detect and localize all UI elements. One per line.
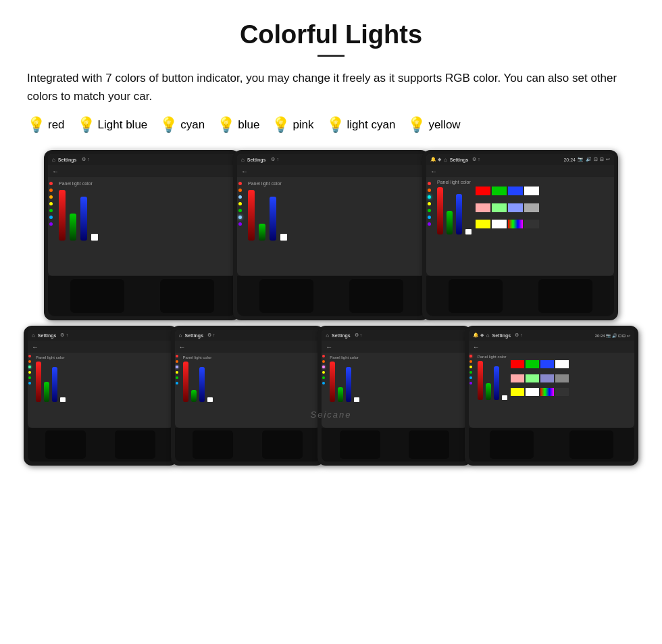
device-bot-4: 🔔 ◆ ⌂ Settings ⚙ ↑ 20:24 📷 🔊 ⊡ ⊟ ↩ ← xyxy=(465,326,638,466)
nav-bar-top3: ← xyxy=(426,165,614,177)
description-text: Integrated with 7 colors of button indic… xyxy=(27,69,635,105)
led-dot-6 xyxy=(49,216,53,219)
nav-bar-bot4: ← xyxy=(469,341,634,353)
led-dot-4 xyxy=(49,202,53,205)
status-bar-bot3: ⌂ Settings ⚙ ↑ xyxy=(322,330,467,341)
color-label-cyan: cyan xyxy=(180,118,205,132)
bulb-lightcyan-icon: 💡 xyxy=(326,116,345,134)
device-top-1: ⌂ Settings ⚙ ↑ ← xyxy=(44,150,240,320)
nav-bar-top1: ← xyxy=(48,165,236,177)
status-bar-top3: 🔔 ◆ ⌂ Settings ⚙ ↑ 20:24 📷 🔊 ⊡ ⊟ ↩ xyxy=(426,154,614,165)
screen-bot-4: 🔔 ◆ ⌂ Settings ⚙ ↑ 20:24 📷 🔊 ⊡ ⊟ ↩ ← xyxy=(469,330,634,428)
device-bot-1: ⌂ Settings ⚙ ↑ ← xyxy=(24,326,178,466)
screen-bot-3: ⌂ Settings ⚙ ↑ ← xyxy=(322,330,467,428)
device-bottom-bot4 xyxy=(469,428,634,462)
led-dot-7 xyxy=(49,222,53,226)
white-selector-top1 xyxy=(91,234,98,241)
home-icon-top2: ⌂ xyxy=(241,157,245,163)
color-label-yellow: yellow xyxy=(428,118,460,132)
bulb-cyan-icon: 💡 xyxy=(159,116,178,134)
page-wrapper: Colorful Lights Integrated with 7 colors… xyxy=(0,0,662,479)
page-title: Colorful Lights xyxy=(27,20,635,49)
panel-content-bot1: Panel light color xyxy=(28,353,174,404)
bottom-row: ⌂ Settings ⚙ ↑ ← xyxy=(27,326,635,466)
device-bottom-top2 xyxy=(237,276,425,316)
status-bar-top1: ⌂ Settings ⚙ ↑ xyxy=(48,154,236,165)
bulb-lightblue-icon: 💡 xyxy=(77,116,95,134)
bulb-pink-icon: 💡 xyxy=(272,116,290,134)
color-legend-row: 💡 red 💡 Light blue 💡 cyan 💡 blue 💡 pink … xyxy=(27,116,635,134)
bar-green-top1 xyxy=(70,214,76,241)
color-item-lightcyan: 💡 light cyan xyxy=(326,116,396,134)
color-label-blue: blue xyxy=(238,118,259,132)
panel-content-top3: Panel light color xyxy=(426,177,614,237)
device-top-2: ⌂ Settings ⚙ ↑ ← xyxy=(233,150,429,320)
color-item-pink: 💡 pink xyxy=(272,116,313,134)
panel-content-bot2: Panel light color xyxy=(175,353,321,404)
screen-bot-2: ⌂ Settings ⚙ ↑ ← xyxy=(175,330,321,428)
led-dot-1 xyxy=(49,182,53,185)
back-arrow-top1: ← xyxy=(52,168,59,175)
color-label-red: red xyxy=(48,118,65,132)
panel-content-bot3: Panel light color xyxy=(322,353,467,404)
color-label-lightblue: Light blue xyxy=(98,118,148,132)
bulb-blue-icon: 💡 xyxy=(217,116,235,134)
led-dot-5 xyxy=(49,209,53,212)
mount-hole-1b xyxy=(160,279,214,313)
color-item-yellow: 💡 yellow xyxy=(407,116,460,134)
settings-icons-top1: ⚙ ↑ xyxy=(82,157,89,162)
panel-label-top1: Panel light color xyxy=(59,181,226,186)
color-item-blue: 💡 blue xyxy=(217,116,259,134)
device-bot-2: ⌂ Settings ⚙ ↑ ← xyxy=(171,326,325,466)
screen-bot-1: ⌂ Settings ⚙ ↑ ← xyxy=(28,330,174,428)
nav-bar-bot1: ← xyxy=(28,341,174,353)
bar-red-top1 xyxy=(59,190,66,241)
top-row: ⌂ Settings ⚙ ↑ ← xyxy=(27,150,635,320)
color-bars-top1 xyxy=(59,190,226,241)
color-grid-top3 xyxy=(476,187,539,234)
back-arrow-top2: ← xyxy=(241,168,248,175)
led-column-top3 xyxy=(428,181,431,226)
device-bottom-bot1 xyxy=(28,428,174,462)
color-label-pink: pink xyxy=(292,118,313,132)
bulb-red-icon: 💡 xyxy=(27,116,45,134)
mount-hole-1a xyxy=(70,279,124,313)
status-bar-bot1: ⌂ Settings ⚙ ↑ xyxy=(28,330,174,341)
home-icon-top1: ⌂ xyxy=(52,157,55,163)
screen-top-2: ⌂ Settings ⚙ ↑ ← xyxy=(237,154,425,276)
color-item-cyan: 💡 cyan xyxy=(159,116,205,134)
color-label-lightcyan: light cyan xyxy=(347,118,396,132)
status-bar-bot2: ⌂ Settings ⚙ ↑ xyxy=(175,330,321,341)
nav-bar-bot2: ← xyxy=(175,341,321,353)
led-dot-2 xyxy=(49,189,53,192)
color-item-red: 💡 red xyxy=(27,116,65,134)
panel-content-bot4: Panel light color xyxy=(469,353,634,402)
bulb-yellow-icon: 💡 xyxy=(407,116,426,134)
device-bottom-top3 xyxy=(426,276,614,316)
led-dot-3 xyxy=(49,195,53,199)
screen-top-1: ⌂ Settings ⚙ ↑ ← xyxy=(48,154,236,276)
nav-bar-bot3: ← xyxy=(322,341,467,353)
panel-content-top2: Panel light color xyxy=(237,177,425,243)
title-divider xyxy=(317,55,345,57)
device-bottom-bot2 xyxy=(175,428,321,462)
device-bot-3: ⌂ Settings ⚙ ↑ ← xyxy=(317,326,472,466)
status-bar-top2: ⌂ Settings ⚙ ↑ xyxy=(237,154,425,165)
device-top-3: 🔔 ◆ ⌂ Settings ⚙ ↑ 20:24 📷 🔊 ⊡ ⊟ ↩ xyxy=(422,150,618,320)
bar-blue-top1 xyxy=(80,197,87,241)
panel-content-top1: Panel light color xyxy=(48,177,236,243)
color-item-lightblue: 💡 Light blue xyxy=(77,116,148,134)
led-column-top1 xyxy=(49,181,53,226)
device-bottom-top1 xyxy=(48,276,236,316)
device-bottom-bot3 xyxy=(322,428,467,462)
color-grid-bot4 xyxy=(511,360,569,400)
screens-section: ⌂ Settings ⚙ ↑ ← xyxy=(27,150,635,466)
led-column-top2 xyxy=(238,181,242,226)
nav-bar-top2: ← xyxy=(237,165,425,177)
screen-top-3: 🔔 ◆ ⌂ Settings ⚙ ↑ 20:24 📷 🔊 ⊡ ⊟ ↩ xyxy=(426,154,614,276)
status-bar-bot4: 🔔 ◆ ⌂ Settings ⚙ ↑ 20:24 📷 🔊 ⊡ ⊟ ↩ xyxy=(469,330,634,341)
